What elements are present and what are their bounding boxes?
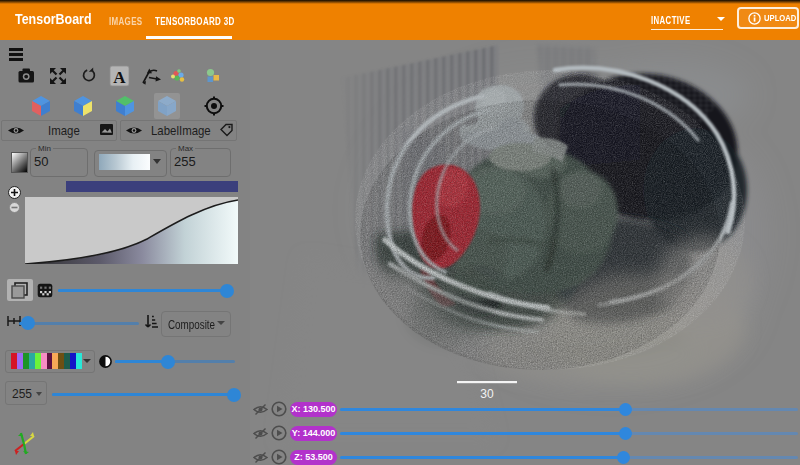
svg-text:30: 30 xyxy=(480,387,494,401)
svg-text:Image: Image xyxy=(48,123,80,138)
svg-text:A: A xyxy=(113,68,126,87)
svg-text:LabelImage: LabelImage xyxy=(151,123,211,138)
